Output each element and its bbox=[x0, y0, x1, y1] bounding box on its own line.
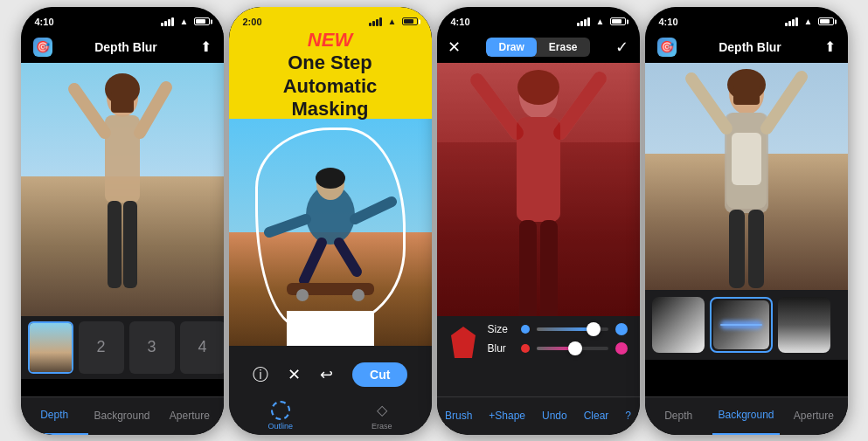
badge-title-line1: One Step bbox=[247, 52, 414, 74]
bottom-actions-3: Brush +Shape Undo Clear ? bbox=[437, 396, 640, 435]
app-container: 4:10 ▲ 🎯 bbox=[0, 0, 868, 441]
close-button-2[interactable]: ✕ bbox=[288, 365, 301, 384]
thumb-3[interactable]: 3 bbox=[129, 321, 175, 374]
erase-icon: ◇ bbox=[372, 401, 392, 420]
nav-bar-3: ✕ Draw Erase ✓ bbox=[437, 31, 640, 63]
nav-bar-1: 🎯 Depth Blur ⬆ bbox=[21, 31, 224, 63]
tab-background-4[interactable]: Background bbox=[712, 397, 780, 435]
svg-line-31 bbox=[691, 79, 726, 128]
masking-toolbar: ⓘ ✕ ↩ Cut bbox=[229, 353, 432, 396]
blur-control-row: Blur bbox=[488, 342, 628, 355]
info-action[interactable]: ? bbox=[625, 410, 631, 422]
confirm-icon-3[interactable]: ✓ bbox=[615, 38, 628, 57]
blur-dot bbox=[521, 344, 530, 353]
cut-button[interactable]: Cut bbox=[352, 362, 407, 387]
draw-button[interactable]: Draw bbox=[486, 38, 536, 57]
tab-aperture-1[interactable]: Aperture bbox=[156, 397, 223, 435]
status-bar-1: 4:10 ▲ bbox=[21, 7, 224, 31]
gradient-swatch-selected[interactable] bbox=[710, 297, 773, 353]
erase-button[interactable]: Erase bbox=[537, 38, 590, 57]
clear-action[interactable]: Clear bbox=[584, 410, 609, 422]
svg-rect-33 bbox=[732, 133, 761, 185]
main-photo-4 bbox=[645, 63, 848, 290]
status-time-4: 4:10 bbox=[659, 17, 678, 27]
phone-3: 4:10 ▲ ✕ bbox=[437, 7, 640, 435]
thumb-2[interactable]: 2 bbox=[79, 321, 124, 374]
phone-2: 2:00 ▲ NEW O bbox=[229, 7, 432, 435]
signal-icon-2 bbox=[369, 17, 382, 26]
svg-rect-35 bbox=[748, 210, 764, 288]
tab-background-1[interactable]: Background bbox=[88, 397, 156, 435]
status-bar-3: 4:10 ▲ bbox=[437, 7, 640, 31]
app-logo-1: 🎯 bbox=[33, 38, 52, 57]
wifi-icon-3: ▲ bbox=[596, 17, 605, 26]
share-icon-1[interactable]: ⬆ bbox=[200, 38, 212, 55]
app-logo-4: 🎯 bbox=[657, 38, 677, 57]
undo-button-2[interactable]: ↩ bbox=[320, 365, 333, 384]
status-bar-2: 2:00 ▲ bbox=[229, 7, 432, 31]
size-dot bbox=[521, 325, 530, 334]
phone-1: 4:10 ▲ 🎯 bbox=[21, 7, 224, 435]
tab-aperture-4[interactable]: Aperture bbox=[780, 397, 847, 435]
svg-line-2 bbox=[74, 89, 105, 133]
cancel-icon-3[interactable]: ✕ bbox=[448, 38, 461, 57]
battery-icon-3 bbox=[610, 17, 626, 25]
brush-action[interactable]: Brush bbox=[445, 410, 472, 422]
thumb-1-selected[interactable] bbox=[28, 321, 73, 374]
bottom-tabs-4: Depth Background Aperture bbox=[645, 396, 848, 435]
brush-icon bbox=[449, 325, 477, 360]
wifi-icon-4: ▲ bbox=[804, 17, 813, 26]
signal-icon-4 bbox=[785, 17, 798, 26]
thumb-4[interactable]: 4 bbox=[180, 321, 224, 374]
thumbnail-row-1: 2 3 4 bbox=[21, 316, 224, 379]
gradient-swatch-3[interactable] bbox=[778, 297, 830, 353]
shape-action[interactable]: +Shape bbox=[489, 410, 525, 422]
erase-tool[interactable]: ◇ Erase bbox=[372, 401, 392, 431]
battery-icon-2 bbox=[402, 17, 418, 25]
battery-icon-4 bbox=[818, 17, 834, 25]
status-icons-1: ▲ bbox=[161, 17, 210, 26]
svg-rect-34 bbox=[729, 210, 745, 288]
status-icons-2: ▲ bbox=[369, 17, 418, 26]
status-icons-3: ▲ bbox=[577, 17, 626, 26]
svg-rect-37 bbox=[733, 86, 760, 105]
woman-normal-4 bbox=[672, 63, 821, 290]
undo-action[interactable]: Undo bbox=[542, 410, 567, 422]
draw-erase-toggle: Draw Erase bbox=[486, 38, 589, 57]
outline-tool[interactable]: Outline bbox=[267, 401, 293, 431]
status-bar-4: 4:10 ▲ bbox=[645, 7, 848, 31]
svg-line-3 bbox=[140, 87, 166, 133]
info-button-2[interactable]: ⓘ bbox=[253, 364, 268, 385]
size-control-row: Size bbox=[488, 323, 628, 335]
status-time-3: 4:10 bbox=[451, 17, 470, 27]
gradient-swatch-1[interactable] bbox=[652, 297, 705, 353]
new-feature-badge: NEW One Step Automatic Masking bbox=[229, 31, 432, 119]
wifi-icon: ▲ bbox=[180, 17, 189, 26]
phone-4: 4:10 ▲ 🎯 bbox=[645, 7, 848, 435]
tab-depth-1[interactable]: Depth bbox=[21, 397, 88, 435]
svg-rect-5 bbox=[123, 201, 137, 288]
woman-silhouette-1 bbox=[66, 72, 179, 316]
svg-line-32 bbox=[767, 77, 802, 128]
bottom-tabs-1: Depth Background Aperture bbox=[21, 396, 224, 435]
gradient-swatches-row bbox=[645, 290, 848, 360]
badge-new-label: NEW bbox=[308, 29, 352, 51]
size-slider[interactable] bbox=[537, 327, 608, 331]
main-photo-3 bbox=[437, 63, 640, 329]
status-icons-4: ▲ bbox=[785, 17, 834, 26]
wifi-icon-2: ▲ bbox=[388, 17, 397, 26]
nav-bar-4: 🎯 Depth Blur ⬆ bbox=[645, 31, 848, 63]
svg-rect-1 bbox=[105, 115, 140, 203]
battery-icon bbox=[194, 17, 210, 25]
svg-rect-4 bbox=[108, 201, 122, 288]
status-time-1: 4:10 bbox=[35, 17, 54, 27]
share-icon-4[interactable]: ⬆ bbox=[824, 38, 836, 55]
tab-depth-4[interactable]: Depth bbox=[645, 397, 712, 435]
skater-photo bbox=[229, 119, 432, 346]
blur-dot-right bbox=[615, 342, 628, 355]
brush-controls: Size Blur bbox=[437, 316, 640, 396]
blur-slider[interactable] bbox=[537, 347, 608, 350]
main-photo-1 bbox=[21, 63, 224, 316]
size-dot-right bbox=[615, 323, 628, 335]
outline-icon bbox=[271, 401, 290, 420]
